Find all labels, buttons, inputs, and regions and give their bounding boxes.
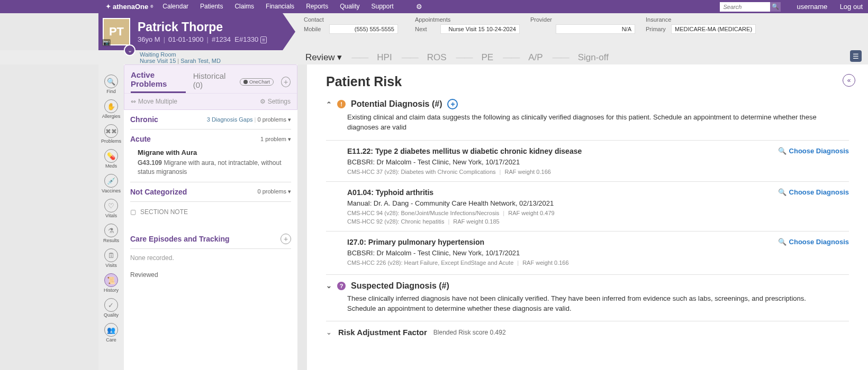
- chevron-down-icon[interactable]: ⌄: [326, 282, 332, 290]
- insurance-label: Insurance: [646, 16, 756, 23]
- provider-value: N/A: [556, 24, 635, 34]
- rail-vaccines[interactable]: 💉Vaccines: [102, 172, 121, 195]
- rail-results[interactable]: ⚗Results: [103, 222, 119, 245]
- problem-item[interactable]: Migrane with Aura G43.109 Migrane with a…: [130, 143, 291, 177]
- risk-title: Patient Risk: [326, 74, 849, 89]
- nav-claims[interactable]: Claims: [234, 3, 254, 11]
- collapse-panel-icon[interactable]: «: [843, 74, 855, 87]
- provider-label: Provider: [530, 16, 635, 23]
- logout-link[interactable]: Log out: [840, 3, 863, 11]
- raf-title: Risk Adjustment Factor: [338, 328, 427, 337]
- people-icon: 👥: [104, 323, 118, 337]
- waiting-room-link[interactable]: Waiting Room: [140, 51, 221, 58]
- syringe-icon: 💉: [104, 174, 118, 188]
- note-icon: ▢: [130, 208, 136, 216]
- history-icon: 📜: [104, 273, 118, 287]
- rail-vitals[interactable]: ♡Vitals: [104, 197, 118, 220]
- care-episodes-title: Care Episodes and Tracking: [130, 235, 230, 243]
- rail-problems[interactable]: ✖✖Problems: [101, 123, 121, 145]
- tab-hpi[interactable]: HPI: [377, 52, 392, 63]
- context-row: ⌄ Waiting Room Nurse Visit 15 | Sarah Te…: [0, 50, 868, 64]
- username-link[interactable]: username: [797, 3, 827, 11]
- section-note-button[interactable]: ▢SECTION NOTE: [130, 202, 291, 222]
- hand-icon: ✋: [104, 99, 118, 113]
- appt-label: Appointments: [415, 16, 520, 23]
- tab-review[interactable]: Review ▾: [305, 52, 342, 63]
- rail-find[interactable]: 🔍Find: [104, 73, 118, 96]
- note-icon[interactable]: ≡: [260, 36, 267, 43]
- choose-diagnosis-button[interactable]: Choose Diagnosis: [778, 238, 849, 246]
- problem-name: Migrane with Aura: [138, 149, 291, 156]
- rail-meds[interactable]: 💊Meds: [104, 147, 118, 170]
- rail-visits[interactable]: 🗓Visits: [104, 247, 118, 270]
- choose-diagnosis-button[interactable]: Choose Diagnosis: [778, 188, 849, 196]
- rail-allergies[interactable]: ✋Allergies: [102, 98, 121, 121]
- add-care-episode-button[interactable]: +: [281, 234, 291, 244]
- bandage-icon: ✖✖: [104, 124, 118, 138]
- find-icon: 🔍: [104, 75, 118, 88]
- dx-item: Choose Diagnosis I27.0: Primary pulmonar…: [326, 231, 849, 272]
- patient-name: Patrick Thorpe: [138, 20, 267, 34]
- nav-reports[interactable]: Reports: [306, 3, 328, 11]
- tab-ap[interactable]: A/P: [528, 52, 542, 63]
- chevron-down-icon[interactable]: ⌄: [326, 328, 332, 336]
- tab-signoff[interactable]: Sign-off: [578, 52, 609, 63]
- settings-button[interactable]: ⚙ Settings: [260, 98, 291, 105]
- dx-item: Choose Diagnosis A01.04: Typhoid arthrit…: [326, 181, 849, 231]
- risk-panel: Patient Risk « ⌃ ! Potential Diagnosis (…: [307, 64, 868, 370]
- top-navbar: athenaOne® Calendar Patients Claims Fina…: [0, 0, 868, 13]
- choose-diagnosis-button[interactable]: Choose Diagnosis: [778, 147, 849, 155]
- tab-active-problems[interactable]: Active Problems: [131, 70, 186, 93]
- dx-title: I27.0: Primary pulmonary hypertension: [347, 238, 849, 246]
- acute-title: Acute: [130, 135, 151, 143]
- flask-icon: ⚗: [104, 224, 118, 237]
- onechart-toggle[interactable]: OneChart: [240, 78, 274, 86]
- tab-pe[interactable]: PE: [482, 52, 494, 63]
- insurance-value: MEDICARE-MA (MEDICARE): [671, 24, 756, 34]
- tab-historical[interactable]: Historical (0): [193, 71, 232, 92]
- dx-source: BCBSRI: Dr Malcolm - Test Clinic, New Yo…: [347, 158, 849, 166]
- question-icon: ?: [337, 282, 346, 290]
- pill-icon: 💊: [104, 149, 118, 163]
- chronic-count[interactable]: 0 problems ▾: [258, 116, 291, 123]
- potential-dx-desc: Existing clinical and claim data suggest…: [347, 113, 849, 133]
- mobile-value: (555) 555-5555: [329, 24, 398, 34]
- dx-source: Manual: Dr. A. Dang - Community Care Hea…: [347, 199, 849, 207]
- nav-support[interactable]: Support: [372, 3, 394, 11]
- contact-label: Contact: [304, 16, 404, 23]
- patient-banner: PT Patrick Thorpe 36yo M|01-01-1900|#123…: [98, 13, 868, 50]
- rail-care[interactable]: 👥Care: [104, 321, 118, 344]
- hamburger-icon[interactable]: ☰: [850, 50, 862, 62]
- dx-source: BCBSRI: Dr Malcolm - Test Clinic, New Yo…: [347, 249, 849, 257]
- move-multiple[interactable]: ⇔ Move Multiple: [131, 98, 177, 105]
- rail-history[interactable]: 📜History: [104, 272, 119, 294]
- warning-icon: !: [337, 100, 346, 108]
- add-problem-button[interactable]: +: [281, 77, 291, 87]
- diagnosis-gaps-link[interactable]: 3 Diagnosis Gaps: [207, 116, 253, 123]
- visit-link[interactable]: Nurse Visit 15: [140, 58, 176, 64]
- nav-quality[interactable]: Quality: [340, 3, 359, 11]
- acute-count[interactable]: 1 problem ▾: [260, 136, 291, 143]
- rail-quality[interactable]: ✓Quality: [104, 297, 119, 319]
- expand-patient-icon[interactable]: ⌄: [124, 44, 135, 56]
- avatar[interactable]: PT: [103, 18, 130, 45]
- gear-icon[interactable]: ⚙: [416, 3, 422, 11]
- provider-link[interactable]: Sarah Test, MD: [180, 58, 221, 64]
- search-input[interactable]: [720, 2, 770, 12]
- nav-financials[interactable]: Financials: [266, 3, 294, 11]
- notcat-count[interactable]: 0 problems ▾: [258, 188, 291, 195]
- logo: athenaOne®: [106, 3, 153, 11]
- nav-patients[interactable]: Patients: [200, 3, 223, 11]
- nav-links: Calendar Patients Claims Financials Repo…: [162, 3, 720, 11]
- search-box: 🔍: [720, 2, 781, 12]
- not-categorized-title: Not Categorized: [130, 188, 187, 196]
- add-potential-dx-button[interactable]: +: [447, 99, 458, 109]
- search-button[interactable]: 🔍: [770, 2, 781, 12]
- calendar-icon: 🗓: [104, 248, 118, 262]
- chevron-up-icon[interactable]: ⌃: [326, 100, 332, 108]
- nav-calendar[interactable]: Calendar: [162, 3, 188, 11]
- raf-score: Blended Risk score 0.492: [433, 329, 506, 336]
- dx-item: Choose Diagnosis E11.22: Type 2 diabetes…: [326, 140, 849, 181]
- suspected-dx-title: Suspected Diagnosis (#): [351, 281, 449, 291]
- tab-ros[interactable]: ROS: [427, 52, 447, 63]
